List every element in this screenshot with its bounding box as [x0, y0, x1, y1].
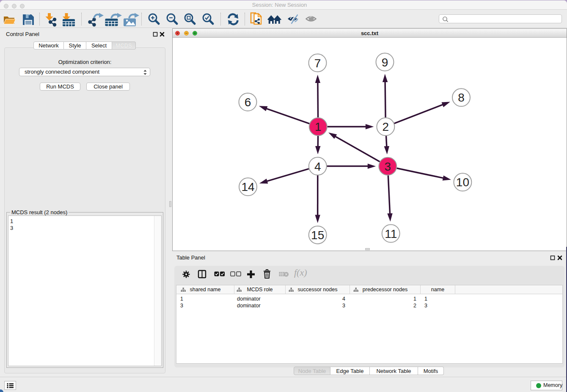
svg-text:2: 2 — [383, 120, 389, 133]
svg-text:7: 7 — [314, 57, 321, 70]
svg-text:9: 9 — [382, 56, 388, 69]
svg-text:11: 11 — [385, 227, 397, 240]
svg-text:4: 4 — [314, 160, 321, 173]
svg-text:10: 10 — [456, 176, 469, 189]
svg-text:15: 15 — [311, 229, 324, 242]
svg-text:1: 1 — [315, 120, 322, 133]
svg-text:8: 8 — [458, 91, 465, 104]
svg-text:14: 14 — [241, 180, 254, 193]
svg-text:3: 3 — [385, 160, 391, 173]
svg-text:6: 6 — [245, 96, 251, 109]
